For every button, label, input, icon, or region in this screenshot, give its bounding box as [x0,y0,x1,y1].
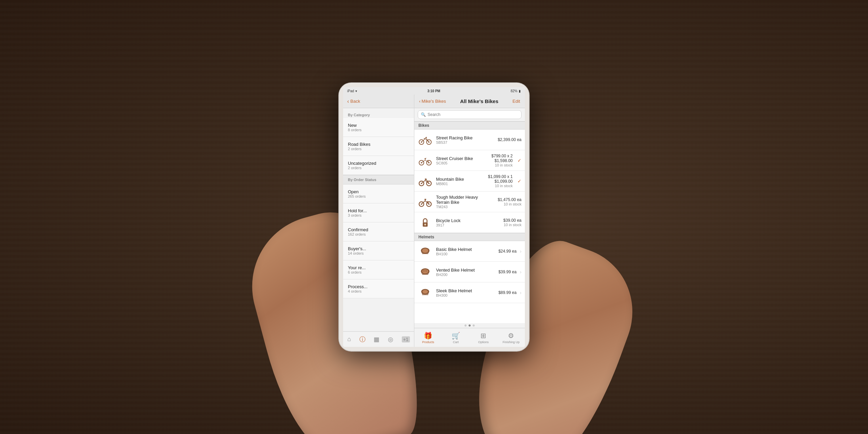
checkmark-icon-street-cruiser: ✓ [517,158,521,163]
sidebar-item-uncat-sub: 2 orders [348,166,409,170]
sidebar: ‹ Back By Category New 8 orders Road Bik… [343,95,414,347]
product-price-value-street-cruiser: $799.00 x 2 [479,154,513,158]
pager-dot-3 [473,324,475,327]
status-time: 3:10 PM [428,89,440,93]
product-item-lock[interactable]: Bicycle Lock 3917 $39.00 ea 10 in stock [414,212,525,233]
tab-bar: 🎁 Products 🛒 Cart ⊞ Options ⚙ Finishing … [414,328,525,347]
info-icon[interactable]: ⓘ [359,335,366,343]
product-sku-basic-helmet: BH100 [436,252,479,256]
product-info-street-cruiser: Street Cruiser Bike SC805 [436,156,475,165]
product-sku-street-cruiser: SC805 [436,161,475,165]
product-item-basic-helmet[interactable]: Basic Bike Helmet BH100 $24.99 ea › [414,241,525,262]
svg-line-35 [421,201,425,204]
product-price-value-basic-helmet: $24.99 ea [482,249,516,254]
product-image-lock [418,215,433,230]
product-price-street-racing: $2,399.00 ea [488,137,521,142]
products-tab-icon: 🎁 [424,332,432,340]
product-name-vented-helmet: Vented Bike Helmet [436,268,479,273]
camera-icon[interactable]: ◎ [388,336,393,343]
product-image-street-cruiser [418,153,433,168]
product-price-value-street-racing: $2,399.00 ea [488,137,521,142]
sidebar-item-hold[interactable]: Hold for... 3 orders [343,203,414,222]
sidebar-item-road[interactable]: Road Bikes 2 orders [343,137,414,156]
product-stock-lock: 10 in stock [488,223,521,227]
category-header-bikes: Bikes [414,121,525,130]
sidebar-item-road-sub: 2 orders [348,147,409,151]
product-item-street-cruiser[interactable]: Street Cruiser Bike SC805 $799.00 x 2 $1… [414,150,525,171]
product-info-vented-helmet: Vented Bike Helmet BH200 [436,268,479,277]
product-image-sleek-helmet [418,285,433,300]
product-name-tough-mudder: Tough Mudder Heavy Terrain Bike [436,195,484,205]
sidebar-item-buyer[interactable]: Buyer's... 14 orders [343,241,414,260]
product-price-value-tough-mudder: $1,475.00 ea [488,197,521,202]
product-price-value-sleek-helmet: $89.99 ea [482,290,516,295]
svg-point-44 [422,249,428,253]
options-tab-icon: ⊞ [480,332,486,340]
product-sku-street-racing: SB537 [436,140,484,144]
product-info-street-racing: Street Racing Bike SB537 [436,135,484,144]
sidebar-item-yourre-sub: 6 orders [348,270,409,274]
product-price-value-vented-helmet: $39.99 ea [482,270,516,274]
ipad-device: iPad ▾ 3:10 PM 82% ▮ ‹ Back [339,83,529,351]
product-item-street-racing[interactable]: Street Racing Bike SB537 $2,399.00 ea [414,130,525,150]
sidebar-item-confirmed-name: Confirmed [348,227,409,232]
chevron-right-icon-basic-helmet: › [520,249,521,254]
sidebar-item-yourre[interactable]: Your re... 6 orders [343,260,414,279]
product-item-vented-helmet[interactable]: Vented Bike Helmet BH200 $39.99 ea › [414,262,525,282]
sidebar-item-process[interactable]: Process... 4 orders [343,279,414,298]
product-item-mountain[interactable]: Mountain Bike MB801 $1,099.00 x 1 $1,099… [414,171,525,192]
sidebar-item-process-name: Process... [348,284,409,289]
product-name-mountain: Mountain Bike [436,177,475,182]
barcode-icon[interactable]: ▦ [374,336,379,343]
product-item-tough-mudder[interactable]: Tough Mudder Heavy Terrain Bike TM243 $1… [414,192,525,212]
product-info-basic-helmet: Basic Bike Helmet BH100 [436,247,479,256]
product-image-basic-helmet [418,244,433,259]
product-price-sleek-helmet: $89.99 ea [482,290,516,295]
tab-products[interactable]: 🎁 Products [414,332,442,344]
nav-back-chevron-icon: ‹ [419,99,420,104]
sidebar-item-process-sub: 4 orders [348,289,409,293]
plus-badge-icon[interactable]: +1 [402,336,410,342]
svg-point-55 [422,290,428,294]
product-sku-lock: 3917 [436,223,484,227]
wifi-icon: ▾ [355,89,357,93]
battery-icon: ▮ [519,89,521,93]
svg-point-41 [424,224,426,225]
search-bar: 🔍 [418,110,521,119]
product-price-mountain: $1,099.00 x 1 $1,099.00 10 in stock [479,174,513,188]
search-icon: 🔍 [421,112,426,117]
sidebar-back-button[interactable]: ‹ Back [343,95,414,108]
sidebar-item-uncat[interactable]: Uncategorized 2 orders [343,156,414,175]
checkmark-icon-mountain: ✓ [517,178,521,184]
chevron-right-icon-sleek-helmet: › [520,290,521,295]
product-price-vented-helmet: $39.99 ea [482,270,516,274]
nav-bar: ‹ Mike's Bikes All Mike's Bikes Edit [414,95,525,108]
sidebar-item-open[interactable]: Open 265 orders [343,184,414,203]
sidebar-item-yourre-name: Your re... [348,265,409,270]
product-price-basic-helmet: $24.99 ea [482,249,516,254]
tab-cart[interactable]: 🛒 Cart [442,332,470,344]
tab-options[interactable]: ⊞ Options [470,332,497,344]
product-sku-sleek-helmet: BH300 [436,293,479,297]
product-price-lock: $39.00 ea 10 in stock [488,218,521,227]
sidebar-bottom-icons: ⌂ ⓘ ▦ ◎ +1 [343,331,414,347]
home-icon[interactable]: ⌂ [347,336,351,343]
product-price-value-mountain: $1,099.00 x 1 [479,174,513,179]
tab-finishing-up[interactable]: ⚙ Finishing Up [497,332,525,344]
product-item-sleek-helmet[interactable]: Sleek Bike Helmet BH300 $89.99 ea › [414,282,525,303]
nav-edit-button[interactable]: Edit [513,99,520,104]
sidebar-item-buyer-name: Buyer's... [348,246,409,251]
sidebar-item-new[interactable]: New 8 orders [343,118,414,137]
product-image-mountain [418,174,433,189]
svg-line-19 [425,158,426,159]
search-input[interactable] [428,112,518,117]
nav-back-button[interactable]: ‹ Mike's Bikes [419,99,446,104]
product-info-lock: Bicycle Lock 3917 [436,218,484,227]
sidebar-item-confirmed-sub: 162 orders [348,232,409,236]
product-sku-vented-helmet: BH200 [436,273,479,277]
product-price-street-cruiser: $799.00 x 2 $1,598.00 10 in stock [479,154,513,167]
sidebar-item-confirmed[interactable]: Confirmed 162 orders [343,222,414,241]
ipad-screen: iPad ▾ 3:10 PM 82% ▮ ‹ Back [343,87,525,347]
product-price-total-street-cruiser: $1,598.00 [479,158,513,163]
nav-back-label: Mike's Bikes [421,99,446,104]
